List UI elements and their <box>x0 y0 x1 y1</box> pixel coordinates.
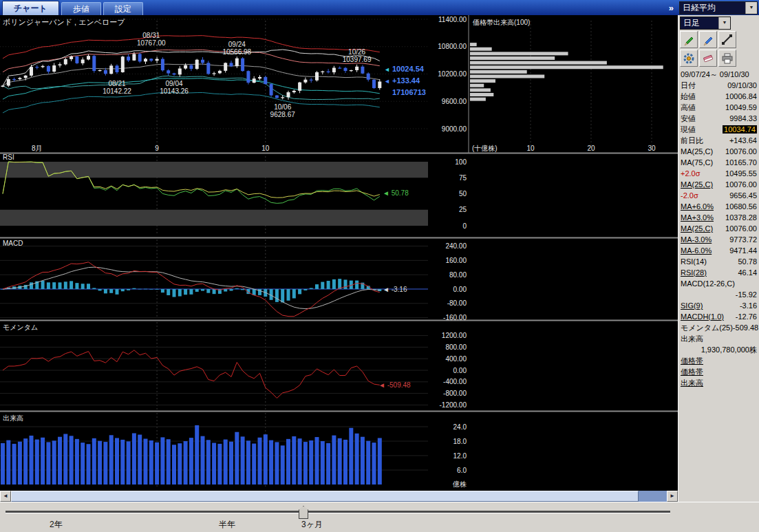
tab-settings[interactable]: 設定 <box>103 2 143 15</box>
indicator-row[interactable]: MA+6.0%10680.56 <box>678 201 759 212</box>
svg-text:+133.44: +133.44 <box>392 76 420 85</box>
svg-text:1200.00: 1200.00 <box>442 332 467 339</box>
svg-text:6.0: 6.0 <box>457 467 467 474</box>
svg-text:10/26: 10/26 <box>348 48 365 56</box>
chart-settings-button[interactable] <box>680 50 698 67</box>
tab-chart[interactable]: チャート <box>2 1 59 15</box>
svg-text:75: 75 <box>459 174 467 182</box>
indicator-row: MACD(12-26,C) <box>678 278 759 289</box>
svg-text:-400.00: -400.00 <box>443 378 467 385</box>
indicator-row[interactable]: MA-3.0%9773.72 <box>678 234 759 245</box>
svg-text:10200.00: 10200.00 <box>438 70 467 78</box>
indicator-row: 安値9984.33 <box>678 113 759 124</box>
draw-pencil-green-button[interactable] <box>680 31 698 48</box>
trendline-icon <box>721 34 734 46</box>
indicator-row[interactable]: MA-6.0%9471.44 <box>678 245 759 256</box>
chevron-down-icon[interactable]: ▼ <box>745 2 757 14</box>
range-option-6m[interactable]: 半年 <box>219 519 235 531</box>
eraser-icon <box>702 52 714 65</box>
svg-text:08/31: 08/31 <box>142 32 160 39</box>
period-row: 09/07/24～ 09/10/30 <box>678 69 759 80</box>
print-button[interactable] <box>718 50 736 67</box>
svg-text:9628.67: 9628.67 <box>270 111 296 118</box>
scroll-right-icon[interactable]: ► <box>667 491 678 502</box>
indicator-row[interactable]: MACDH(1.0)-12.76 <box>678 311 759 322</box>
svg-text:17106713: 17106713 <box>392 88 426 96</box>
printer-icon <box>721 52 734 65</box>
title-bar: チャート 歩値 設定 » 日経平均 ▼ <box>0 0 759 15</box>
svg-text:出来高: 出来高 <box>3 414 23 422</box>
timeframe-select-value: 日足 <box>681 17 718 29</box>
indicator-table: 09/07/24～ 09/10/30日付09/10/30始値10006.84高値… <box>678 69 759 388</box>
svg-text:100: 100 <box>455 158 467 166</box>
gear-icon <box>683 52 695 65</box>
svg-text:モメンタム: モメンタム <box>3 323 38 331</box>
zoom-slider-bar: 2年 半年 3ヶ月 <box>0 502 759 532</box>
svg-text:18.0: 18.0 <box>453 438 467 445</box>
chart-area: 11400.0010800.0010200.009600.009000.008月… <box>0 15 678 502</box>
indicator-row[interactable]: MA+3.0%10378.28 <box>678 212 759 223</box>
symbol-select[interactable]: 日経平均 ▼ <box>679 1 758 14</box>
svg-text:-80.00: -80.00 <box>447 299 467 307</box>
chevron-down-icon[interactable]: ▼ <box>718 17 730 29</box>
indicator-row[interactable]: RSI(28)46.14 <box>678 267 759 278</box>
indicator-row: モメンタム(25)-509.48 <box>678 322 759 333</box>
indicator-row: 始値10006.84 <box>678 91 759 102</box>
symbol-select-value: 日経平均 <box>680 2 745 14</box>
svg-text:-1200.00: -1200.00 <box>440 401 467 409</box>
svg-text:10/06: 10/06 <box>274 103 291 111</box>
svg-text:10800.00: 10800.00 <box>438 43 467 50</box>
svg-text:11400.00: 11400.00 <box>438 16 467 23</box>
indicator-row: +2.0σ10495.55 <box>678 168 759 179</box>
indicator-row[interactable]: 価格帯 <box>678 355 759 366</box>
svg-text:価格帯出来高(100): 価格帯出来高(100) <box>472 19 530 26</box>
svg-text:0.00: 0.00 <box>453 367 467 374</box>
svg-text:10143.26: 10143.26 <box>160 87 189 95</box>
horizontal-scrollbar[interactable]: ◄ ► <box>0 491 678 502</box>
indicator-row: MA(75,C)10165.70 <box>678 157 759 168</box>
indicator-row: -15.92 <box>678 289 759 300</box>
scroll-left-icon[interactable]: ◄ <box>0 491 11 502</box>
svg-text:10566.98: 10566.98 <box>222 48 251 56</box>
svg-text:08/21: 08/21 <box>108 80 125 87</box>
svg-text:億株: 億株 <box>452 480 467 488</box>
svg-text:9: 9 <box>155 145 159 152</box>
svg-text:30: 30 <box>648 145 656 152</box>
charts-canvas[interactable]: 11400.0010800.0010200.009600.009000.008月… <box>0 15 678 491</box>
zoom-slider-track[interactable] <box>6 511 670 513</box>
svg-text:10: 10 <box>526 145 535 152</box>
eraser-tool-button[interactable] <box>699 50 717 67</box>
svg-text:10142.22: 10142.22 <box>103 87 131 95</box>
indicator-row[interactable]: MA(25,C)10076.00 <box>678 223 759 234</box>
svg-text:◄ -509.48: ◄ -509.48 <box>378 381 411 389</box>
scrollbar-thumb[interactable] <box>11 491 639 502</box>
svg-text:9000.00: 9000.00 <box>442 125 467 133</box>
svg-text:-800.00: -800.00 <box>443 390 467 397</box>
expand-panel-icon[interactable]: » <box>663 3 679 13</box>
indicator-row[interactable]: MA(25,C)10076.00 <box>678 179 759 190</box>
range-option-3m[interactable]: 3ヶ月 <box>301 519 323 531</box>
svg-text:0.00: 0.00 <box>453 286 467 293</box>
indicator-row: -2.0σ9656.45 <box>678 190 759 201</box>
timeframe-select[interactable]: 日足 ▼ <box>680 17 731 30</box>
indicator-row[interactable]: 出来高 <box>678 377 759 388</box>
svg-text:8月: 8月 <box>32 145 43 152</box>
svg-text:400.00: 400.00 <box>445 355 467 363</box>
svg-text:10024.54: 10024.54 <box>392 65 425 73</box>
pencil-blue-icon <box>702 34 714 46</box>
range-option-2y[interactable]: 2年 <box>50 519 63 531</box>
draw-pencil-blue-button[interactable] <box>699 31 717 48</box>
svg-text:0: 0 <box>462 222 467 230</box>
trendline-tool-button[interactable] <box>718 31 736 48</box>
svg-text:09/24: 09/24 <box>228 41 246 48</box>
tab-tick[interactable]: 歩値 <box>61 2 101 15</box>
indicator-row[interactable]: SIG(9)-3.16 <box>678 300 759 311</box>
pencil-green-icon <box>683 34 695 46</box>
svg-text:ボリンジャーバンド , エンベロープ: ボリンジャーバンド , エンベロープ <box>3 18 125 26</box>
zoom-slider-handle[interactable] <box>299 506 308 519</box>
svg-text:9600.00: 9600.00 <box>442 98 467 105</box>
indicator-row: 1,930,780,000株 <box>678 344 759 355</box>
svg-text:240.00: 240.00 <box>445 242 467 250</box>
indicator-row[interactable]: 価格帯 <box>678 366 759 377</box>
indicator-row: 高値10049.59 <box>678 102 759 113</box>
